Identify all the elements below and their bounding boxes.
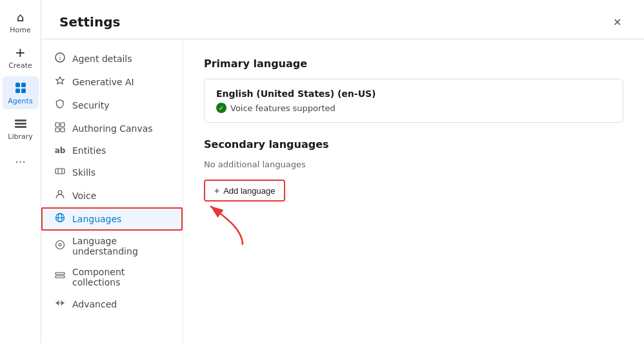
sidebar-item-generative-ai[interactable]: Generative AI [41,70,183,94]
nav-item-agents[interactable]: Agents [3,76,39,109]
annotation-arrow [197,203,256,248]
voice-supported-label: Voice features supported [230,103,336,113]
svg-point-17 [58,191,62,194]
entities-icon: ab [54,146,66,155]
sidebar-label-security: Security [72,100,110,110]
nav-label-home: Home [10,26,30,34]
svg-rect-0 [15,83,20,87]
sidebar-label-authoring-canvas: Authoring Canvas [72,123,153,134]
svg-rect-2 [15,88,20,93]
sidebar-label-entities: Entities [72,145,106,156]
add-language-container: + Add language [204,180,285,202]
sidebar-item-component-collections[interactable]: Component collections [41,262,183,293]
nav-item-library[interactable]: Library [3,112,39,145]
sidebar-item-languages[interactable]: Languages [41,207,183,231]
primary-language-heading: Primary language [204,57,623,70]
sidebar-item-entities[interactable]: ab Entities [41,140,183,161]
primary-language-name: English (United States) (en-US) [216,88,611,99]
agent-details-icon: i [54,52,66,65]
nav-item-create[interactable]: + Create [3,41,39,74]
security-icon [54,99,66,112]
no-languages-label: No additional languages [204,160,623,169]
svg-rect-11 [61,123,65,127]
sidebar-item-authoring-canvas[interactable]: Authoring Canvas [41,117,183,140]
left-navigation: ⌂ Home + Create Agents Library ··· [0,0,41,343]
close-button[interactable]: ✕ [608,13,626,31]
sidebar-item-advanced[interactable]: Advanced [41,293,183,316]
svg-rect-12 [55,128,59,132]
sidebar-label-component-collections: Component collections [72,267,170,287]
sidebar-label-skills: Skills [72,167,96,178]
sidebar-label-languages: Languages [72,214,121,224]
sidebar-item-skills[interactable]: Skills [41,161,183,184]
component-collections-icon [54,271,66,284]
sidebar-label-language-understanding: Language understanding [72,236,170,256]
svg-rect-13 [61,128,65,132]
svg-rect-10 [55,123,59,127]
language-understanding-icon [54,240,66,253]
nav-label-create: Create [8,61,32,70]
svg-rect-3 [21,88,26,93]
check-icon: ✓ [216,103,226,113]
sidebar-label-advanced: Advanced [72,299,117,309]
main-area: Settings ✕ i Agent details Generative AI [41,0,644,343]
sidebar-label-voice: Voice [72,191,96,201]
advanced-icon [54,298,66,311]
voice-supported-row: ✓ Voice features supported [216,103,611,113]
secondary-languages-section: Secondary languages No additional langua… [204,138,623,202]
authoring-canvas-icon [54,122,66,135]
sidebar-label-generative-ai: Generative AI [72,77,134,87]
svg-rect-4 [15,120,26,121]
svg-rect-23 [55,273,65,275]
settings-content: Primary language English (United States)… [183,39,644,343]
svg-point-21 [56,241,65,249]
settings-sidebar: i Agent details Generative AI Security [41,39,183,343]
svg-rect-24 [55,276,65,278]
settings-header: Settings ✕ [41,0,644,39]
settings-body: i Agent details Generative AI Security [41,39,644,343]
languages-icon [54,213,66,225]
create-icon: + [13,45,28,60]
svg-rect-1 [21,83,26,87]
primary-language-card: English (United States) (en-US) ✓ Voice … [204,79,623,123]
svg-marker-9 [56,77,64,84]
more-nav-button[interactable]: ··· [10,150,31,174]
home-icon: ⌂ [13,9,28,25]
library-icon [13,116,28,131]
voice-icon [54,189,66,202]
svg-rect-14 [55,169,65,174]
sidebar-item-language-understanding[interactable]: Language understanding [41,231,183,262]
plus-icon: + [214,185,219,196]
add-language-button[interactable]: + Add language [204,180,285,202]
settings-modal: Settings ✕ i Agent details Generative AI [41,0,644,343]
svg-rect-6 [15,126,26,128]
svg-point-22 [59,244,61,246]
generative-ai-icon [54,76,66,88]
nav-label-agents: Agents [8,97,32,105]
nav-label-library: Library [8,132,32,141]
agents-icon [13,80,28,96]
svg-text:i: i [59,55,61,61]
skills-icon [54,166,66,179]
settings-title: Settings [59,14,120,30]
secondary-languages-heading: Secondary languages [204,138,623,151]
nav-item-home[interactable]: ⌂ Home [3,5,39,38]
sidebar-item-security[interactable]: Security [41,94,183,117]
sidebar-label-agent-details: Agent details [72,54,132,64]
add-language-label: Add language [223,186,275,196]
sidebar-item-agent-details[interactable]: i Agent details [41,47,183,70]
svg-rect-5 [15,123,26,125]
sidebar-item-voice[interactable]: Voice [41,184,183,207]
